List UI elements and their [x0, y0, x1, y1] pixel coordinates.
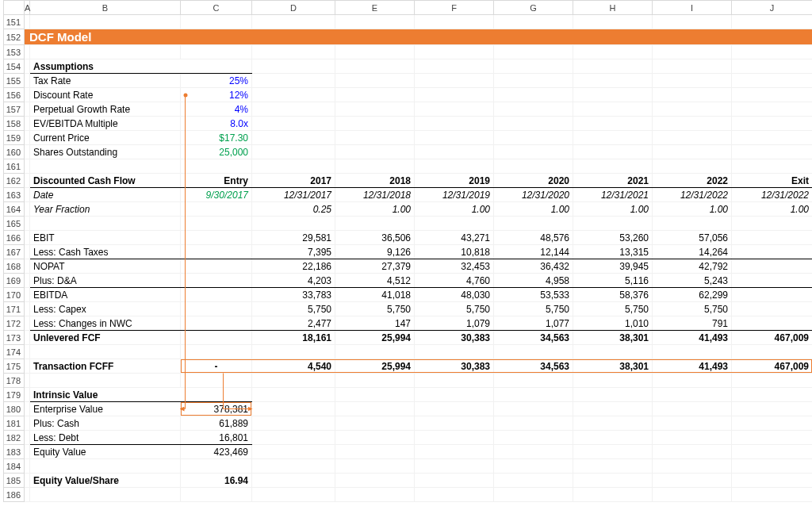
row-178[interactable]: 178 — [4, 374, 25, 388]
dcf-line-value[interactable]: 48,576 — [494, 231, 573, 245]
dcf-line-value[interactable]: 1,010 — [573, 316, 653, 331]
dcf-line-value[interactable]: 41,018 — [335, 288, 415, 302]
dcf-line-value[interactable]: 5,750 — [573, 302, 653, 316]
assumptions-heading[interactable]: Assumptions — [30, 59, 252, 74]
yearfrac-label[interactable]: Year Fraction — [30, 202, 181, 217]
intrinsic-label[interactable]: Enterprise Value — [30, 402, 181, 416]
date-value[interactable]: 12/31/2022 — [653, 188, 732, 202]
row-161[interactable]: 161 — [4, 159, 25, 174]
period-header[interactable]: 2021 — [573, 174, 653, 188]
dcf-line-value[interactable]: 147 — [335, 316, 415, 331]
corner-cell[interactable] — [4, 1, 25, 15]
assumption-value[interactable]: 8.0x — [181, 117, 252, 131]
assumption-value[interactable]: $17.30 — [181, 131, 252, 145]
equity-value-per-share-label[interactable]: Equity Value/Share — [30, 474, 181, 488]
dcf-line-value[interactable]: 58,376 — [573, 288, 653, 302]
date-label[interactable]: Date — [30, 188, 181, 202]
dcf-line-value[interactable]: 4,203 — [252, 274, 335, 288]
col-J[interactable]: J — [732, 1, 813, 15]
dcf-line-label[interactable]: Less: Capex — [30, 302, 181, 316]
dcf-line-value[interactable]: 22,186 — [252, 259, 335, 274]
assumption-value[interactable]: 4% — [181, 102, 252, 117]
dcf-line-value[interactable]: 48,030 — [415, 288, 494, 302]
assumption-label[interactable]: Discount Rate — [30, 88, 181, 102]
yearfrac-value[interactable]: 1.00 — [653, 202, 732, 217]
dcf-line-label[interactable]: EBIT — [30, 231, 181, 245]
yearfrac-value[interactable]: 1.00 — [732, 202, 813, 217]
dcf-line-label[interactable]: Less: Cash Taxes — [30, 245, 181, 259]
dcf-line-value[interactable]: 57,056 — [653, 231, 732, 245]
row-184[interactable]: 184 — [4, 459, 25, 474]
row-183[interactable]: 183 — [4, 445, 25, 459]
date-value[interactable]: 9/30/2017 — [181, 188, 252, 202]
row-186[interactable]: 186 — [4, 488, 25, 502]
unlevered-fcf-value[interactable]: 38,301 — [573, 331, 653, 345]
dcf-line-value[interactable]: 53,533 — [494, 288, 573, 302]
row-165[interactable]: 165 — [4, 217, 25, 231]
dcf-line-value[interactable]: 4,958 — [494, 274, 573, 288]
transaction-fcff-value[interactable]: 30,383 — [415, 359, 494, 374]
unlevered-fcf-value[interactable]: 41,493 — [653, 331, 732, 345]
assumption-value[interactable]: 12% — [181, 88, 252, 102]
row-167[interactable]: 167 — [4, 245, 25, 259]
row-174[interactable]: 174 — [4, 345, 25, 359]
dcf-line-value[interactable]: 5,750 — [494, 302, 573, 316]
dcf-line-value[interactable]: 5,116 — [573, 274, 653, 288]
col-C[interactable]: C — [181, 1, 252, 15]
col-I[interactable]: I — [653, 1, 732, 15]
dcf-line-value[interactable]: 39,945 — [573, 259, 653, 274]
row-175[interactable]: 175 — [4, 359, 25, 374]
intrinsic-value[interactable]: 61,889 — [181, 416, 252, 431]
equity-value-per-share-value[interactable]: 16.94 — [181, 474, 252, 488]
intrinsic-label[interactable]: Plus: Cash — [30, 416, 181, 431]
row-151[interactable]: 151 — [4, 15, 25, 29]
period-header[interactable]: 2018 — [335, 174, 415, 188]
row-157[interactable]: 157 — [4, 102, 25, 117]
row-153[interactable]: 153 — [4, 45, 25, 59]
col-D[interactable]: D — [252, 1, 335, 15]
dcf-line-value[interactable]: 4,760 — [415, 274, 494, 288]
period-header[interactable]: Exit — [732, 174, 813, 188]
row-164[interactable]: 164 — [4, 202, 25, 217]
col-G[interactable]: G — [494, 1, 573, 15]
row-166[interactable]: 166 — [4, 231, 25, 245]
assumption-value[interactable]: 25% — [181, 74, 252, 88]
assumption-label[interactable]: Current Price — [30, 131, 181, 145]
intrinsic-heading[interactable]: Intrinsic Value — [30, 388, 252, 402]
dcf-line-label[interactable]: NOPAT — [30, 259, 181, 274]
dcf-line-value[interactable]: 1,079 — [415, 316, 494, 331]
row-180[interactable]: 180 — [4, 402, 25, 416]
row-163[interactable]: 163 — [4, 188, 25, 202]
row-182[interactable]: 182 — [4, 431, 25, 445]
section-title[interactable]: DCF Model — [25, 29, 813, 45]
dcf-line-value[interactable]: 13,315 — [573, 245, 653, 259]
yearfrac-value[interactable]: 1.00 — [494, 202, 573, 217]
col-A[interactable]: A — [25, 1, 30, 15]
assumption-label[interactable]: EV/EBITDA Multiple — [30, 117, 181, 131]
row-185[interactable]: 185 — [4, 474, 25, 488]
period-header[interactable]: 2020 — [494, 174, 573, 188]
period-header[interactable]: Entry — [181, 174, 252, 188]
dcf-line-value[interactable]: 14,264 — [653, 245, 732, 259]
dcf-line-label[interactable]: Less: Changes in NWC — [30, 316, 181, 331]
period-header[interactable]: 2019 — [415, 174, 494, 188]
dcf-line-value[interactable]: 791 — [653, 316, 732, 331]
dcf-line-value[interactable]: 43,271 — [415, 231, 494, 245]
intrinsic-value[interactable]: 423,469 — [181, 445, 252, 459]
date-value[interactable]: 12/31/2017 — [252, 188, 335, 202]
period-header[interactable]: 2022 — [653, 174, 732, 188]
intrinsic-value[interactable]: 16,801 — [181, 431, 252, 445]
row-172[interactable]: 172 — [4, 316, 25, 331]
row-162[interactable]: 162 — [4, 174, 25, 188]
yearfrac-value[interactable] — [181, 202, 252, 217]
dcf-line-value[interactable]: 33,783 — [252, 288, 335, 302]
unlevered-fcf-value[interactable]: 18,161 — [252, 331, 335, 345]
row-159[interactable]: 159 — [4, 131, 25, 145]
dcf-line-value[interactable]: 36,432 — [494, 259, 573, 274]
unlevered-fcf-value[interactable]: 25,994 — [335, 331, 415, 345]
yearfrac-value[interactable]: 1.00 — [335, 202, 415, 217]
row-156[interactable]: 156 — [4, 88, 25, 102]
date-value[interactable]: 12/31/2020 — [494, 188, 573, 202]
dcf-line-value[interactable]: 7,395 — [252, 245, 335, 259]
row-169[interactable]: 169 — [4, 274, 25, 288]
